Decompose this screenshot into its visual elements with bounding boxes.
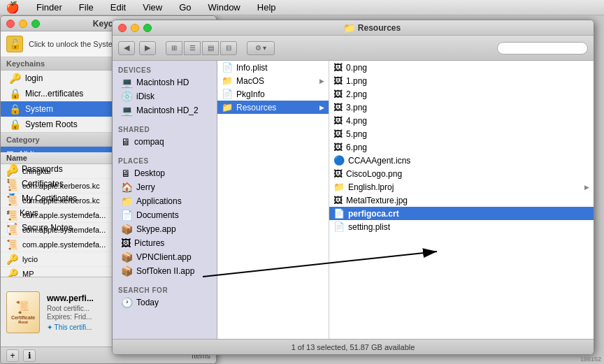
- col-item-infoplist[interactable]: 📄 Info.plist: [217, 61, 329, 74]
- close-button[interactable]: [6, 20, 15, 28]
- col-item-metaltexture[interactable]: 🖼 MetalTexture.jpg: [329, 194, 594, 207]
- finder-close-button[interactable]: [118, 24, 127, 32]
- sidebar-section-devices: DEVICES 💻 Macintosh HD 💿 iDisk 💻 Macinto…: [113, 61, 217, 120]
- col-item-ciscologo[interactable]: 🖼 CiscoLogo.png: [329, 167, 594, 180]
- desktop-icon: 🖥: [121, 168, 131, 179]
- sidebar-item-pictures[interactable]: 🖼 Pictures: [113, 236, 217, 250]
- image-icon: 🖼: [333, 75, 343, 86]
- apple-logo[interactable]: 🍎: [6, 1, 20, 14]
- info-button[interactable]: ℹ: [23, 349, 36, 362]
- search-input[interactable]: [497, 42, 588, 54]
- cert-icon: 📜: [6, 210, 18, 221]
- col-item-5png[interactable]: 🖼 5.png: [329, 127, 594, 140]
- sidebar-item-applications[interactable]: 📁 Applications: [113, 194, 217, 208]
- hd-icon: 💻: [121, 77, 133, 88]
- col-item-6png[interactable]: 🖼 6.png: [329, 140, 594, 154]
- col-item-1png[interactable]: 🖼 1.png: [329, 74, 594, 87]
- sidebar-item-today[interactable]: 🕐 Today: [113, 296, 217, 310]
- col-item-4png[interactable]: 🖼 4.png: [329, 114, 594, 127]
- column-view-button[interactable]: ▤: [202, 41, 219, 55]
- sidebar-item-desktop[interactable]: 🖥 Desktop: [113, 166, 217, 180]
- item-label: 4.png: [346, 116, 367, 126]
- key-icon: 🔑: [6, 254, 18, 265]
- finder-content: DEVICES 💻 Macintosh HD 💿 iDisk 💻 Macinto…: [113, 61, 594, 339]
- add-item-button[interactable]: +: [6, 349, 19, 362]
- col-item-0png[interactable]: 🖼 0.png: [329, 61, 594, 74]
- sidebar-item-idisk[interactable]: 💿 iDisk: [113, 89, 217, 103]
- file-icon: 📄: [222, 89, 233, 99]
- image-icon: 🖼: [333, 115, 343, 126]
- softoken-icon: 📦: [121, 265, 133, 277]
- sidebar-item-vpnclient[interactable]: 📦 VPNClient.app: [113, 250, 217, 264]
- menu-view[interactable]: View: [140, 1, 165, 13]
- sidebar-item-macintosh-hd2[interactable]: 💻 Macintosh HD_2: [113, 103, 217, 117]
- col-item-2png[interactable]: 🖼 2.png: [329, 87, 594, 101]
- shared-header: SHARED: [113, 123, 217, 135]
- list-view-button[interactable]: ☰: [184, 41, 201, 55]
- sidebar-label: Applications: [136, 196, 211, 206]
- arrow-icon: ▶: [584, 184, 589, 191]
- action-button[interactable]: ⚙ ▾: [247, 41, 275, 55]
- finder-statusbar: 1 of 13 selected, 51.87 GB available: [113, 339, 594, 354]
- item-name: com.apple.kerberos.kc: [22, 196, 100, 205]
- menu-window[interactable]: Window: [206, 1, 243, 13]
- watermark: 186152: [580, 356, 601, 363]
- cert-file-icon: 📄: [333, 208, 345, 219]
- keychain-label: System Roots: [25, 119, 78, 129]
- keychain-label: System: [25, 104, 53, 114]
- devices-header: DEVICES: [113, 64, 217, 75]
- skype-icon: 📦: [121, 224, 133, 235]
- sidebar-item-jerry[interactable]: 🏠 Jerry: [113, 180, 217, 194]
- finder-minimize-button[interactable]: [131, 24, 139, 32]
- menu-edit[interactable]: Edit: [108, 1, 129, 13]
- pictures-icon: 🖼: [121, 238, 131, 249]
- item-label: Info.plist: [236, 63, 268, 73]
- minimize-button[interactable]: [19, 20, 27, 28]
- col-item-macos[interactable]: 📁 MacOS ▶: [217, 74, 329, 87]
- keychain-label: Micr...ertificates: [25, 89, 83, 99]
- arrow-icon: ▶: [319, 104, 324, 111]
- computer-icon: 🖥: [121, 136, 131, 147]
- sidebar-label: Jerry: [136, 182, 211, 192]
- item-label: 3.png: [346, 103, 367, 112]
- col-item-3png[interactable]: 🖼 3.png: [329, 101, 594, 114]
- icon-view-button[interactable]: ⊞: [166, 41, 182, 55]
- sidebar-label: VPNClient.app: [136, 252, 211, 262]
- finder-titlebar: 📁 Resources: [113, 20, 594, 36]
- places-header: PLACES: [113, 154, 217, 166]
- sidebar-item-compaq[interactable]: 🖥 compaq: [113, 135, 217, 149]
- cert-icon: 📜: [6, 239, 18, 250]
- col-item-resources[interactable]: 📁 Resources ▶: [217, 101, 329, 114]
- col-item-perfigoca-crt[interactable]: 📄 perfigoca.crt: [329, 207, 594, 220]
- item-name: chingkai: [22, 167, 50, 175]
- menubar: 🍎 Finder File Edit View Go Window Help: [0, 0, 604, 15]
- cover-view-button[interactable]: ⊟: [220, 41, 237, 55]
- item-name: com.apple.systemdefa...: [22, 240, 106, 249]
- item-label: 0.png: [346, 63, 367, 73]
- item-label: Resources: [236, 103, 276, 112]
- col-item-pkginfo[interactable]: 📄 PkgInfo: [217, 87, 329, 101]
- col-item-ccaagent[interactable]: 🔵 CCAAAgent.icns: [329, 154, 594, 167]
- item-label: 1.png: [346, 76, 367, 86]
- sidebar-section-places: PLACES 🖥 Desktop 🏠 Jerry 📁 Applications …: [113, 152, 217, 281]
- col-item-english-lproj[interactable]: 📁 English.lproj ▶: [329, 180, 594, 194]
- sidebar-item-softoken[interactable]: 📦 SofToken II.app: [113, 264, 217, 278]
- menu-finder[interactable]: Finder: [34, 1, 65, 13]
- lock-icon: 🔒: [9, 103, 21, 115]
- arrow-icon: ▶: [319, 78, 324, 85]
- forward-button[interactable]: ▶: [139, 41, 156, 55]
- back-button[interactable]: ◀: [118, 41, 135, 55]
- finder-maximize-button[interactable]: [143, 24, 152, 32]
- menu-help[interactable]: Help: [254, 1, 279, 13]
- finder-sidebar: DEVICES 💻 Macintosh HD 💿 iDisk 💻 Macinto…: [113, 61, 217, 339]
- sidebar-label: Macintosh HD_2: [136, 105, 211, 115]
- menu-go[interactable]: Go: [176, 1, 194, 13]
- menu-file[interactable]: File: [76, 1, 96, 13]
- finder-columns: 📄 Info.plist 📁 MacOS ▶ 📄 PkgInfo 📁 Resou…: [217, 61, 594, 339]
- maximize-button[interactable]: [31, 20, 40, 28]
- sidebar-item-macintosh-hd[interactable]: 💻 Macintosh HD: [113, 75, 217, 89]
- col-item-setting-plist[interactable]: 📄 setting.plist: [329, 220, 594, 233]
- item-label: CCAAAgent.icns: [348, 156, 410, 166]
- sidebar-item-documents[interactable]: 📄 Documents: [113, 208, 217, 222]
- sidebar-item-skype[interactable]: 📦 Skype.app: [113, 222, 217, 236]
